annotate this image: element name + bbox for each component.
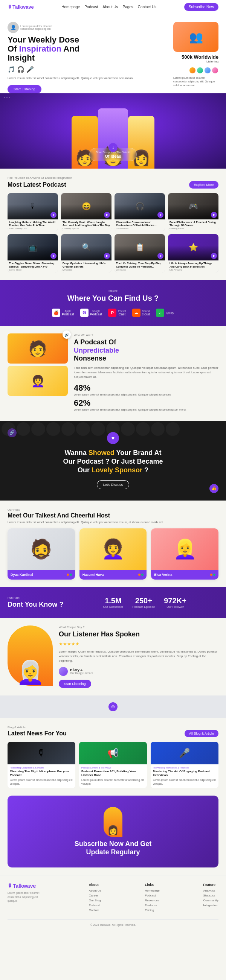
podcast-card-episode: Mysteries [62, 269, 110, 271]
testimonial-tag: What People Say ? [59, 625, 218, 629]
footer-copyright: © 2023 Talkwave. All Rights Reserved. [8, 920, 218, 926]
news-category-1: Podcasting Equipment & Software [10, 767, 73, 769]
testimonial-listen-button[interactable]: Start Listening [59, 680, 91, 688]
nav-links: Homepage Podcast About Us Pages Contact … [61, 5, 156, 9]
podcast-card-title: The Comedy Vault: Where Laughs Are Loud … [62, 221, 110, 228]
host-card-3[interactable]: 👱‍♀️ Elsa Verina [151, 528, 218, 579]
platform-pocket[interactable]: P Pocket Cast [108, 309, 126, 317]
podcast-card[interactable]: 🎧 ▶ Clandestine Conversations: Confessio… [115, 193, 165, 231]
podcast-card-episode: Confessions [116, 228, 164, 229]
sponsor-section: ♥ Wanna Showed Your Brand At Our Podcast… [0, 421, 226, 501]
footer-link[interactable]: Community [204, 899, 218, 902]
start-listening-button[interactable]: Start Listening [8, 85, 41, 93]
host-dots-3 [207, 574, 215, 576]
podcast-card-title: Life is Always Amazing Up Things And Car… [170, 262, 217, 268]
footer-about-col: About About Us Career Our Blog Podcast C… [89, 883, 101, 913]
podcast-card[interactable]: 🎮 ▶ Panel Platformers: A Practical Divin… [168, 193, 218, 231]
play-icon[interactable]: ▶ [104, 212, 110, 218]
footer-link[interactable]: Our Blog [89, 899, 101, 902]
podcast-card[interactable]: 🔍 ▶ Deep Mysteries: Uncovering Life's Gr… [61, 234, 111, 272]
news-category-3: Interviewing Techniques & Practices [153, 767, 216, 769]
hosts-title: Meet Our Talkest And Cheerful Host [8, 512, 110, 519]
podcast-card-episode: Life Amazing [170, 269, 217, 271]
heart-icon: ♥ [107, 432, 119, 444]
platform-soundcloud[interactable]: ☁ Sound cloud [132, 309, 150, 317]
hero-right: 👥 500k Worldwide Listening Lorem ipsum d… [158, 22, 218, 87]
pocket-icon: P [108, 309, 116, 317]
podcast-card[interactable]: 😄 ▶ The Comedy Vault: Where Laughs Are L… [61, 193, 111, 231]
nav-pages[interactable]: Pages [123, 5, 133, 9]
play-icon[interactable]: ▶ [158, 212, 164, 218]
footer-link[interactable]: Podcast [89, 904, 101, 907]
news-card-2[interactable]: 📢 Podcast Content & Interviews Podcast P… [79, 742, 147, 788]
lets-discuss-button[interactable]: Let's Discuss [97, 480, 130, 489]
podcast-card-episode: Gaming Panel [170, 228, 217, 229]
explore-more-button[interactable]: Explore More [189, 181, 218, 189]
podcast-card-episode: Comedy Special [62, 228, 110, 229]
footer-link[interactable]: Pricing [145, 908, 160, 912]
footer-link[interactable]: Podcast [145, 894, 160, 897]
footer-link[interactable]: Contact [89, 908, 101, 912]
host-name-2: Hasumi Hava [83, 573, 104, 577]
subscribe-button[interactable]: Subscribe Now [184, 3, 218, 11]
podcast-card[interactable]: 📺 ▶ The Giggles Game Show: Streaming Ser… [8, 234, 58, 272]
all-articles-button[interactable]: All Blog & Article [185, 730, 218, 737]
news-card-1[interactable]: 🎙 Podcasting Equipment & Software Choosi… [8, 742, 75, 788]
play-icon[interactable]: ▶ [211, 212, 217, 218]
footer-link[interactable]: Statistics [204, 894, 218, 897]
nav-about[interactable]: About Us [102, 5, 118, 9]
fun-fact-tag: Fun Fact Dont You Know ? [8, 596, 63, 609]
find-us-section: Inspire Where You Can Find Us ? 🍎 Apple … [0, 280, 226, 326]
testimonial-image: 👩‍🦳 [8, 625, 53, 686]
footer-link[interactable]: About Us [89, 889, 101, 892]
podcast-card[interactable]: 📋 ▶ The Life Catalog: Your Step-By-Step … [115, 234, 165, 272]
apple-icon: 🍎 [52, 309, 60, 317]
find-us-title: Where You Can Find Us ? [8, 294, 218, 302]
host-card-2[interactable]: 👩‍🦱 Hasumi Hava [80, 528, 147, 579]
platform-spotify[interactable]: ♫ Spotify [156, 309, 173, 317]
hero-listeners: 500k Worldwide Listening [181, 54, 218, 63]
host-card-1[interactable]: 🧔 Dyas Kardinal [8, 528, 75, 579]
nav-homepage[interactable]: Homepage [61, 5, 80, 9]
footer-link[interactable]: Analytics [204, 889, 218, 892]
hero-desc: Lorem ipsum dolor sit amet consectetur a… [8, 76, 154, 81]
hero-left: 👤 Lorem ipsum dolor sit amet consectetur… [8, 22, 154, 93]
podcast-card[interactable]: ⭐ ▶ Life is Always Amazing Up Things And… [168, 234, 218, 272]
footer-link[interactable]: Integration [204, 904, 218, 907]
podcast-card[interactable]: 🎙 ▶ Laughing Matters: Making The World F… [8, 193, 58, 231]
platform-google[interactable]: G Google Podcast [80, 309, 102, 317]
host-name-3: Elsa Verina [154, 573, 172, 577]
find-us-tag: Inspire [8, 289, 218, 293]
nav-podcast[interactable]: Podcast [84, 5, 98, 9]
footer-link[interactable]: Features [145, 904, 160, 907]
host-dots-1 [64, 574, 72, 576]
news-card-desc-1: Lorem ipsum dolor sit amet consectetur a… [10, 778, 73, 786]
stat-48: 48% Lorem ipsum dolor sit amet consectet… [74, 383, 218, 397]
hero-image: 👥 [173, 22, 218, 52]
navigation: 🎙Talkwave Homepage Podcast About Us Page… [0, 0, 226, 14]
footer-link[interactable]: Homepage [145, 889, 160, 892]
news-card-3[interactable]: 🎤 Interviewing Techniques & Practices Ma… [151, 742, 218, 788]
author-name: Hilary J. [70, 668, 93, 672]
podcast-card-title: Panel Platformers: A Practical Diving Th… [170, 221, 217, 228]
who-section: 🧑 🔊 👩‍🦱 Who We Are ? A Podcast Of Unpred… [0, 326, 226, 420]
google-icon: G [80, 309, 89, 317]
news-title: Latest News For You [8, 730, 67, 737]
who-image-1: 🧑 🔊 [8, 333, 68, 364]
hero-section: 👤 Lorem ipsum dolor sit amet consectetur… [0, 14, 226, 93]
hero-title: Your Weekly Dose Of Inspiration And Insi… [8, 35, 154, 63]
platform-apple[interactable]: 🍎 Apple Podcast [52, 309, 74, 317]
footer-feature-title: Feature [204, 883, 218, 887]
news-category-2: Podcast Content & Interviews [81, 767, 145, 769]
footer-link[interactable]: Resources [145, 899, 160, 902]
host-image-1: 🧔 [8, 528, 75, 570]
play-icon[interactable]: ▶ [51, 212, 56, 218]
hosts-tag: Our Host [8, 508, 218, 511]
host-dots-2 [135, 574, 143, 576]
who-desc: Titus tiam sem consectetur adipiscing el… [74, 366, 218, 379]
podcast-header: Most Latest Podcast Explore More [8, 181, 218, 189]
stats-section: Fun Fact Dont You Know ? 1.5M Our Subscr… [0, 587, 226, 618]
nav-contact[interactable]: Contact Us [138, 5, 156, 9]
podcast-tag: Feel Yourself To A World Of Endless Imag… [8, 176, 218, 180]
footer-link[interactable]: Career [89, 894, 101, 897]
